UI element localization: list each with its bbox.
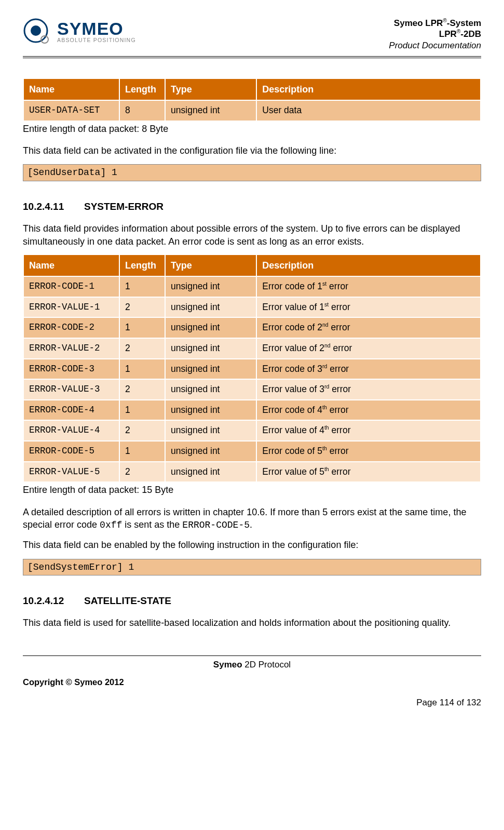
- table-row: ERROR-VALUE-32unsigned intError value of…: [23, 379, 481, 400]
- table-row: ERROR-CODE-41unsigned intError code of 4…: [23, 400, 481, 421]
- footer-page-number: Page 114 of 132: [23, 697, 481, 709]
- table-row: ERROR-VALUE-12unsigned intError value of…: [23, 297, 481, 318]
- th-name: Name: [23, 255, 119, 276]
- th-type: Type: [165, 79, 256, 100]
- svg-point-1: [31, 25, 41, 36]
- paragraph: A detailed description of all errors is …: [23, 506, 481, 532]
- table2-footer: Entire length of data packet: 15 Byte: [23, 484, 481, 496]
- paragraph: This data field can be enabled by the fo…: [23, 539, 481, 551]
- logo-sub-text: ABSOLUTE POSITIONING: [57, 38, 136, 43]
- header-doc-title: Symeo LPR®-System LPR®-2DB Product Docum…: [389, 18, 481, 51]
- footer-copyright: Copyright © Symeo 2012: [23, 676, 481, 688]
- page-footer: Symeo 2D Protocol Copyright © Symeo 2012…: [23, 655, 481, 709]
- table-row: ERROR-CODE-11unsigned intError code of 1…: [23, 276, 481, 297]
- paragraph: This data field provides information abo…: [23, 222, 481, 248]
- th-desc: Description: [256, 255, 481, 276]
- paragraph: This data field can be activated in the …: [23, 144, 481, 157]
- table1-footer: Entire length of data packet: 8 Byte: [23, 123, 481, 135]
- logo: SYMEO ABSOLUTE POSITIONING: [23, 18, 136, 46]
- table-row: USER-DATA-SET 8 unsigned int User data: [23, 100, 481, 121]
- table-row: ERROR-CODE-21unsigned intError code of 2…: [23, 317, 481, 338]
- page-header: SYMEO ABSOLUTE POSITIONING Symeo LPR®-Sy…: [23, 18, 481, 56]
- section-heading-system-error: 10.2.4.11SYSTEM-ERROR: [23, 200, 481, 213]
- paragraph: This data field is used for satellite-ba…: [23, 617, 481, 629]
- th-desc: Description: [256, 79, 481, 100]
- logo-icon: [23, 18, 51, 46]
- system-error-table: Name Length Type Description ERROR-CODE-…: [23, 255, 481, 483]
- config-code: [SendSystemError] 1: [23, 559, 481, 575]
- table-row: ERROR-VALUE-22unsigned intError value of…: [23, 338, 481, 359]
- user-data-table: Name Length Type Description USER-DATA-S…: [23, 79, 481, 122]
- footer-center: Symeo 2D Protocol: [23, 659, 481, 671]
- config-code: [SendUserData] 1: [23, 164, 481, 181]
- th-length: Length: [119, 255, 165, 276]
- table-row: ERROR-VALUE-42unsigned intError value of…: [23, 420, 481, 441]
- th-name: Name: [23, 79, 119, 100]
- section-heading-satellite-state: 10.2.4.12SATELLITE-STATE: [23, 594, 481, 608]
- table-row: ERROR-CODE-31unsigned intError code of 3…: [23, 359, 481, 380]
- logo-main-text: SYMEO: [57, 20, 136, 37]
- table-row: ERROR-CODE-51unsigned intError code of 5…: [23, 441, 481, 462]
- header-rule: [23, 56, 481, 58]
- th-length: Length: [119, 79, 165, 100]
- table-row: ERROR-VALUE-52unsigned intError value of…: [23, 462, 481, 483]
- th-type: Type: [165, 255, 256, 276]
